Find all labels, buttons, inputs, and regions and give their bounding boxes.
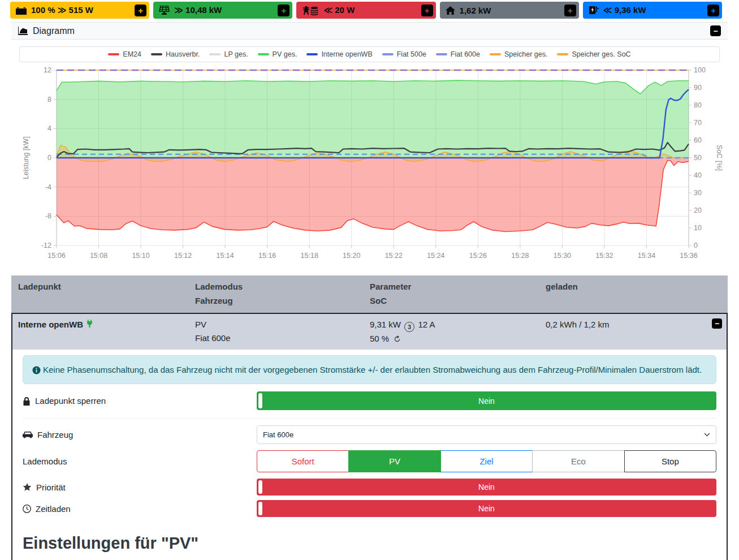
priority-label: Priorität <box>23 483 257 492</box>
house-icon <box>446 6 455 15</box>
svg-text:15:10: 15:10 <box>132 252 149 260</box>
svg-text:15:12: 15:12 <box>174 252 192 260</box>
grid-tariff-icon <box>302 6 319 15</box>
svg-text:15:36: 15:36 <box>680 252 697 260</box>
legend-item-speicher-ges-soc[interactable]: Speicher ges. SoC <box>557 50 630 58</box>
svg-text:8: 8 <box>47 96 51 104</box>
pv-settings-heading: Einstellungen für "PV" <box>23 534 716 553</box>
badge-speicher-add-button[interactable]: + <box>135 5 146 16</box>
scheduled-charging-toggle[interactable]: Nein <box>257 500 716 517</box>
plug-icon <box>87 320 93 328</box>
charge-mode-group: SofortPVZielEcoStop <box>257 450 716 472</box>
charge-point-icon <box>589 6 599 15</box>
legend-item-hausverbr-[interactable]: Hausverbr. <box>151 50 200 58</box>
svg-text:15:26: 15:26 <box>469 252 487 260</box>
svg-text:60: 60 <box>694 136 702 144</box>
charge-mode-stop[interactable]: Stop <box>624 450 716 472</box>
svg-text:0: 0 <box>47 154 51 162</box>
toggle-handle[interactable] <box>258 480 262 494</box>
legend-item-pv-ges-[interactable]: PV ges. <box>258 50 297 58</box>
svg-text:15:08: 15:08 <box>90 252 107 260</box>
diagram-chart: 15:0615:0815:1015:1215:1415:1615:1815:20… <box>19 62 724 268</box>
svg-text:15:24: 15:24 <box>427 252 444 260</box>
badge-pv-add-button[interactable]: + <box>278 5 289 16</box>
chargepoint-collapse-button[interactable]: − <box>712 318 722 329</box>
legend-item-lp-ges-[interactable]: LP ges. <box>209 50 248 58</box>
lock-chargepoint-toggle[interactable]: Nein <box>257 391 716 410</box>
svg-text:15:16: 15:16 <box>258 252 276 260</box>
car-battery-icon <box>16 6 27 15</box>
chargepoint-mode-vehicle: PV Fiat 600e <box>195 318 370 346</box>
charge-mode-sofort[interactable]: Sofort <box>257 450 349 472</box>
svg-text:-4: -4 <box>45 183 51 191</box>
svg-text:SoC [%]: SoC [%] <box>715 145 723 171</box>
diagram-header: Diagramm − <box>11 23 728 40</box>
vehicle-label: Fahrzeug <box>23 430 257 440</box>
svg-text:Leistung [kW]: Leistung [kW] <box>22 136 30 179</box>
legend-item-fiat-500e[interactable]: Fiat 500e <box>382 50 426 58</box>
chart-legend: EM24Hausverbr.LP ges.PV ges.Interne open… <box>19 46 720 62</box>
svg-text:70: 70 <box>694 119 702 127</box>
svg-text:20: 20 <box>694 206 702 214</box>
refresh-soc-icon[interactable] <box>394 335 401 343</box>
svg-text:15:28: 15:28 <box>511 252 529 260</box>
toggle-handle[interactable] <box>258 502 262 515</box>
vehicle-select[interactable]: Fiat 600e <box>257 425 716 444</box>
svg-text:12: 12 <box>44 66 51 74</box>
svg-text:100: 100 <box>694 66 706 74</box>
badge-haus-add-button[interactable]: + <box>564 5 576 16</box>
svg-text:15:22: 15:22 <box>385 252 403 260</box>
legend-item-em24[interactable]: EM24 <box>108 50 141 58</box>
badge-haus: 1,62 kW+ <box>440 2 579 19</box>
charge-mode-pv[interactable]: PV <box>348 450 440 472</box>
badge-speicher: 100 % ≫ 515 W+ <box>10 2 149 19</box>
car-icon <box>23 431 33 439</box>
charge-mode-label: Lademodus <box>23 456 257 466</box>
svg-text:90: 90 <box>694 84 702 92</box>
solar-panel-icon <box>159 6 170 15</box>
charge-mode-ziel[interactable]: Ziel <box>440 450 533 472</box>
badge-evu-add-button[interactable]: + <box>421 5 433 16</box>
svg-text:40: 40 <box>694 171 702 179</box>
col-geladen: geladen <box>546 280 728 308</box>
badge-ladepunkte: ≪ 9,36 kW+ <box>583 2 722 19</box>
svg-text:80: 80 <box>694 101 702 109</box>
chargepoint-row[interactable]: Interne openWB PV Fiat 600e 9,31 kW 3 12… <box>12 314 727 350</box>
phase-switch-alert: Keine Phasenumschaltung, da das Fahrzeug… <box>23 355 716 384</box>
svg-text:15:32: 15:32 <box>595 252 613 260</box>
info-icon <box>32 366 41 374</box>
divider <box>23 418 716 419</box>
badge-ladepunkte-add-button[interactable]: + <box>707 5 719 16</box>
svg-text:15:30: 15:30 <box>554 252 571 260</box>
svg-text:-8: -8 <box>45 212 51 220</box>
diagram-collapse-button[interactable]: − <box>710 25 721 36</box>
diagram-body: EM24Hausverbr.LP ges.PV ges.Interne open… <box>11 40 728 270</box>
charge-mode-eco[interactable]: Eco <box>532 450 624 472</box>
star-icon <box>23 483 32 492</box>
phase-count-icon: 3 <box>404 322 414 332</box>
badge-pv: ≫ 10,48 kW+ <box>153 2 292 19</box>
toggle-handle[interactable] <box>258 393 262 408</box>
svg-text:30: 30 <box>694 189 702 197</box>
lock-chargepoint-label: Ladepunkt sperren <box>23 396 257 406</box>
legend-item-speicher-ges-[interactable]: Speicher ges. <box>490 50 547 58</box>
legend-item-fiat-600e[interactable]: Fiat 600e <box>436 50 480 58</box>
svg-text:15:18: 15:18 <box>301 252 318 260</box>
svg-text:15:14: 15:14 <box>216 252 234 260</box>
legend-item-interne-openwb[interactable]: Interne openWB <box>306 50 372 58</box>
col-lademodus-fahrzeug: Lademodus Fahrzeug <box>195 280 370 308</box>
status-bar: 100 % ≫ 515 W+≫ 10,48 kW+≪ 20 W+1,62 kW+… <box>0 0 739 20</box>
chargepoint-body: Keine Phasenumschaltung, da das Fahrzeug… <box>12 355 727 560</box>
col-parameter-soc: Parameter SoC <box>370 280 546 308</box>
chevron-down-icon <box>704 433 710 437</box>
chargepoint-name: Interne openWB <box>18 318 195 346</box>
chargepoint-parameter-soc: 9,31 kW 3 12 A 50 % <box>370 318 546 346</box>
priority-toggle[interactable]: Nein <box>257 479 716 496</box>
badge-evu: ≪ 20 W+ <box>296 2 435 19</box>
svg-text:4: 4 <box>47 124 51 132</box>
svg-text:10: 10 <box>694 224 702 232</box>
svg-text:0: 0 <box>694 242 698 249</box>
diagram-card: Diagramm − EM24Hausverbr.LP ges.PV ges.I… <box>11 22 728 270</box>
chargepoint-charged: 0,2 kWh / 1,2 km <box>546 318 727 346</box>
clock-icon <box>23 505 31 513</box>
